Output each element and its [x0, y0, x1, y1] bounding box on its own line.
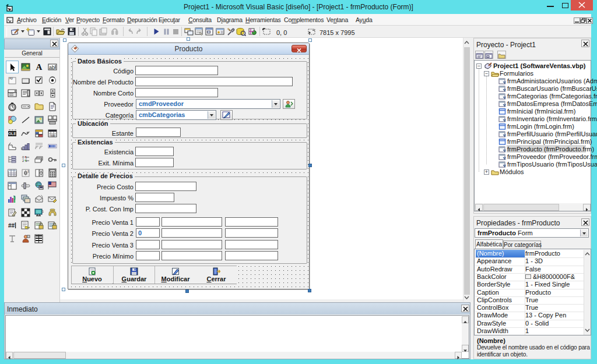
svg-text:00: 00: [51, 134, 55, 137]
svg-text:OLE: OLE: [8, 132, 16, 136]
svg-text:##: ##: [8, 222, 15, 229]
svg-text:xy: xy: [9, 76, 13, 80]
svg-text:A: A: [36, 62, 43, 72]
svg-text:ab: ab: [49, 65, 55, 70]
svg-text:1: 1: [27, 169, 29, 173]
